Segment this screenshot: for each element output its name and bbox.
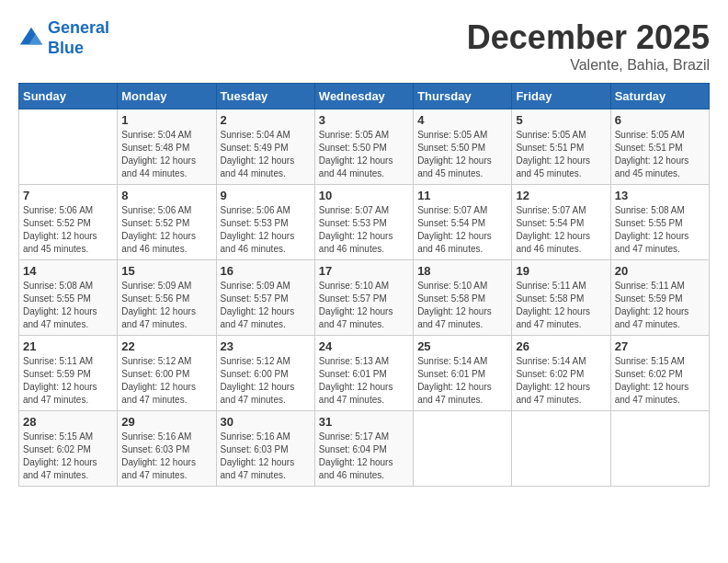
table-row: 22Sunrise: 5:12 AMSunset: 6:00 PMDayligh…	[118, 336, 216, 411]
table-row: 26Sunrise: 5:14 AMSunset: 6:02 PMDayligh…	[512, 336, 610, 411]
day-info: Sunrise: 5:12 AMSunset: 6:00 PMDaylight:…	[221, 355, 311, 407]
day-info: Sunrise: 5:12 AMSunset: 6:00 PMDaylight:…	[121, 355, 211, 407]
day-number: 17	[319, 264, 409, 278]
header-tuesday: Tuesday	[216, 84, 314, 109]
day-info: Sunrise: 5:06 AMSunset: 5:52 PMDaylight:…	[23, 204, 113, 256]
calendar-body: 1Sunrise: 5:04 AMSunset: 5:48 PMDaylight…	[19, 109, 710, 487]
header-friday: Friday	[512, 84, 610, 109]
day-info: Sunrise: 5:07 AMSunset: 5:54 PMDaylight:…	[417, 204, 507, 256]
table-row: 15Sunrise: 5:09 AMSunset: 5:56 PMDayligh…	[118, 260, 216, 336]
table-row: 28Sunrise: 5:15 AMSunset: 6:02 PMDayligh…	[19, 411, 118, 487]
calendar-header: Sunday Monday Tuesday Wednesday Thursday…	[19, 84, 710, 109]
day-number: 31	[319, 415, 409, 429]
day-info: Sunrise: 5:09 AMSunset: 5:57 PMDaylight:…	[221, 280, 311, 331]
day-info: Sunrise: 5:06 AMSunset: 5:52 PMDaylight:…	[121, 204, 211, 256]
table-row: 1Sunrise: 5:04 AMSunset: 5:48 PMDaylight…	[118, 109, 216, 185]
day-number: 24	[319, 339, 409, 353]
day-info: Sunrise: 5:14 AMSunset: 6:01 PMDaylight:…	[417, 355, 507, 407]
table-row: 19Sunrise: 5:11 AMSunset: 5:58 PMDayligh…	[512, 260, 610, 336]
day-info: Sunrise: 5:06 AMSunset: 5:53 PMDaylight:…	[221, 204, 311, 256]
day-info: Sunrise: 5:14 AMSunset: 6:02 PMDaylight:…	[516, 355, 606, 407]
day-info: Sunrise: 5:11 AMSunset: 5:59 PMDaylight:…	[615, 280, 705, 331]
header-thursday: Thursday	[414, 84, 512, 109]
calendar-week-4: 21Sunrise: 5:11 AMSunset: 5:59 PMDayligh…	[19, 336, 710, 411]
logo-line1: General	[48, 18, 109, 37]
table-row: 16Sunrise: 5:09 AMSunset: 5:57 PMDayligh…	[216, 260, 314, 336]
day-info: Sunrise: 5:04 AMSunset: 5:48 PMDaylight:…	[121, 129, 211, 180]
table-row: 6Sunrise: 5:05 AMSunset: 5:51 PMDaylight…	[610, 109, 709, 185]
day-number: 14	[23, 264, 113, 278]
day-number: 13	[615, 189, 705, 202]
table-row: 23Sunrise: 5:12 AMSunset: 6:00 PMDayligh…	[216, 336, 314, 411]
logo-line2: Blue	[48, 39, 84, 57]
day-number: 19	[516, 264, 606, 278]
day-number: 16	[221, 264, 311, 278]
location-subtitle: Valente, Bahia, Brazil	[467, 57, 710, 74]
day-info: Sunrise: 5:11 AMSunset: 5:59 PMDaylight:…	[23, 355, 113, 407]
table-row: 5Sunrise: 5:05 AMSunset: 5:51 PMDaylight…	[512, 109, 610, 185]
table-row	[19, 109, 118, 185]
table-row: 12Sunrise: 5:07 AMSunset: 5:54 PMDayligh…	[512, 185, 610, 260]
day-number: 6	[615, 113, 705, 127]
day-number: 7	[23, 189, 113, 202]
day-number: 12	[516, 189, 606, 202]
day-number: 4	[417, 113, 507, 127]
day-number: 18	[417, 264, 507, 278]
table-row	[512, 411, 610, 487]
table-row: 3Sunrise: 5:05 AMSunset: 5:50 PMDaylight…	[314, 109, 413, 185]
day-number: 9	[221, 189, 311, 202]
logo-icon	[18, 26, 44, 52]
table-row: 18Sunrise: 5:10 AMSunset: 5:58 PMDayligh…	[414, 260, 512, 336]
day-number: 1	[121, 113, 211, 127]
table-row	[610, 411, 709, 487]
day-info: Sunrise: 5:13 AMSunset: 6:01 PMDaylight:…	[319, 355, 409, 407]
table-row: 4Sunrise: 5:05 AMSunset: 5:50 PMDaylight…	[414, 109, 512, 185]
calendar-week-1: 1Sunrise: 5:04 AMSunset: 5:48 PMDaylight…	[19, 109, 710, 185]
calendar-week-3: 14Sunrise: 5:08 AMSunset: 5:55 PMDayligh…	[19, 260, 710, 336]
day-number: 8	[121, 189, 211, 202]
day-info: Sunrise: 5:04 AMSunset: 5:49 PMDaylight:…	[221, 129, 311, 180]
day-number: 11	[417, 189, 507, 202]
table-row: 25Sunrise: 5:14 AMSunset: 6:01 PMDayligh…	[414, 336, 512, 411]
day-info: Sunrise: 5:09 AMSunset: 5:56 PMDaylight:…	[121, 280, 211, 331]
calendar-week-5: 28Sunrise: 5:15 AMSunset: 6:02 PMDayligh…	[19, 411, 710, 487]
day-number: 10	[319, 189, 409, 202]
page-header: General Blue December 2025 Valente, Bahi…	[18, 18, 710, 74]
header-sunday: Sunday	[19, 84, 118, 109]
day-info: Sunrise: 5:07 AMSunset: 5:53 PMDaylight:…	[319, 204, 409, 256]
calendar-week-2: 7Sunrise: 5:06 AMSunset: 5:52 PMDaylight…	[19, 185, 710, 260]
month-title: December 2025	[467, 18, 710, 57]
day-number: 21	[23, 339, 113, 353]
day-info: Sunrise: 5:17 AMSunset: 6:04 PMDaylight:…	[319, 431, 409, 482]
table-row	[414, 411, 512, 487]
table-row: 31Sunrise: 5:17 AMSunset: 6:04 PMDayligh…	[314, 411, 413, 487]
day-number: 20	[615, 264, 705, 278]
table-row: 10Sunrise: 5:07 AMSunset: 5:53 PMDayligh…	[314, 185, 413, 260]
header-monday: Monday	[118, 84, 216, 109]
day-info: Sunrise: 5:10 AMSunset: 5:58 PMDaylight:…	[417, 280, 507, 331]
table-row: 17Sunrise: 5:10 AMSunset: 5:57 PMDayligh…	[314, 260, 413, 336]
day-number: 30	[221, 415, 311, 429]
day-number: 23	[221, 339, 311, 353]
day-info: Sunrise: 5:05 AMSunset: 5:51 PMDaylight:…	[516, 129, 606, 180]
table-row: 29Sunrise: 5:16 AMSunset: 6:03 PMDayligh…	[118, 411, 216, 487]
day-info: Sunrise: 5:05 AMSunset: 5:50 PMDaylight:…	[417, 129, 507, 180]
table-row: 13Sunrise: 5:08 AMSunset: 5:55 PMDayligh…	[610, 185, 709, 260]
day-number: 15	[121, 264, 211, 278]
day-info: Sunrise: 5:08 AMSunset: 5:55 PMDaylight:…	[615, 204, 705, 256]
table-row: 11Sunrise: 5:07 AMSunset: 5:54 PMDayligh…	[414, 185, 512, 260]
logo: General Blue	[18, 18, 109, 58]
table-row: 9Sunrise: 5:06 AMSunset: 5:53 PMDaylight…	[216, 185, 314, 260]
day-number: 5	[516, 113, 606, 127]
logo-text: General Blue	[48, 18, 109, 58]
day-number: 29	[121, 415, 211, 429]
day-number: 2	[221, 113, 311, 127]
table-row: 14Sunrise: 5:08 AMSunset: 5:55 PMDayligh…	[19, 260, 118, 336]
table-row: 20Sunrise: 5:11 AMSunset: 5:59 PMDayligh…	[610, 260, 709, 336]
day-info: Sunrise: 5:16 AMSunset: 6:03 PMDaylight:…	[221, 431, 311, 482]
header-row: Sunday Monday Tuesday Wednesday Thursday…	[19, 84, 710, 109]
day-info: Sunrise: 5:10 AMSunset: 5:57 PMDaylight:…	[319, 280, 409, 331]
day-number: 25	[417, 339, 507, 353]
day-number: 27	[615, 339, 705, 353]
title-block: December 2025 Valente, Bahia, Brazil	[467, 18, 710, 74]
